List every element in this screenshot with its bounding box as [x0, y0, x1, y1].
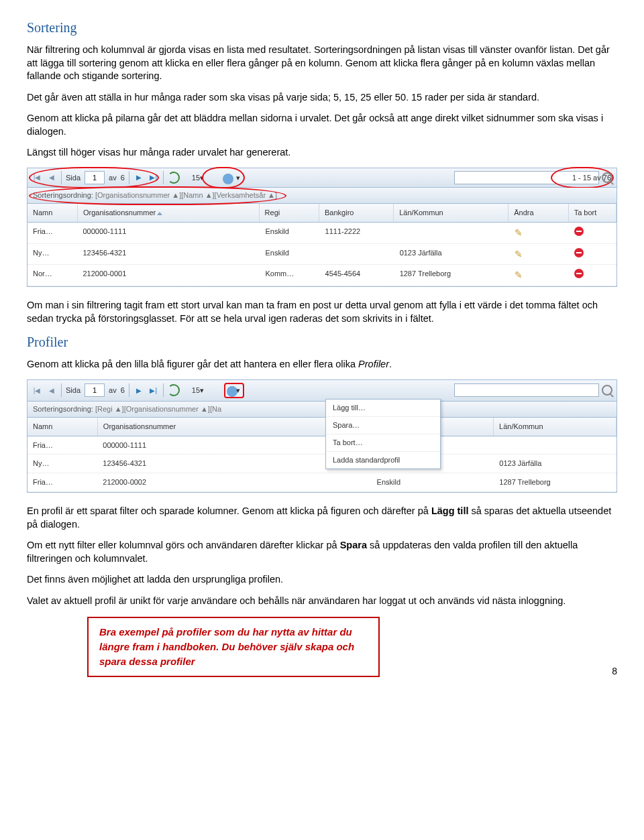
sida-label: Sida — [66, 385, 80, 396]
profile-button[interactable]: ▾ — [224, 383, 244, 398]
table-row[interactable]: Nor…212000-0001Komm…4545-45641287 Trelle… — [28, 265, 616, 286]
heading-profiler: Profiler — [27, 333, 617, 351]
total-pages: 6 — [121, 173, 125, 183]
av-label: av — [109, 385, 117, 396]
col-namn: Namn — [28, 418, 98, 436]
para: Genom att klicka på pilarna går det att … — [27, 112, 617, 138]
para: Om ett nytt filter eller kolumnval görs … — [27, 539, 617, 565]
nav-first-icon[interactable]: |◀ — [32, 172, 42, 183]
para: Det finns även möjlighet att ladda den u… — [27, 573, 617, 587]
row-counter: 1 - 15 av 76 — [572, 173, 611, 183]
page-number: 8 — [612, 665, 617, 678]
nav-prev-icon[interactable]: ◀ — [46, 385, 57, 396]
sort-order-row: Sorteringsordning: [Organisationsnummer … — [28, 188, 616, 204]
page-size-select[interactable]: 15▾ — [192, 173, 204, 183]
sida-label: Sida — [66, 173, 80, 183]
refresh-icon[interactable] — [168, 384, 180, 396]
grid-sortering: |◀ ◀ Sida av 6 ▶ ▶| 15▾ ▾ 1 - 15 av 76 S… — [27, 168, 617, 287]
table-row[interactable]: Fria…000000-1111Enskild1111-2222✎ — [28, 223, 616, 244]
profile-icon — [228, 386, 236, 394]
menu-load-default[interactable]: Ladda standardprofil — [326, 452, 440, 469]
column-headers[interactable]: Namn Organisationsnummer Regi Bankgiro L… — [28, 204, 616, 223]
search-input[interactable] — [454, 383, 599, 397]
para: Längst till höger visas hur många rader … — [27, 146, 617, 160]
table-row[interactable]: Fria…212000-0002Enskild1287 Trelleborg — [28, 473, 616, 492]
toolbar: |◀ ◀ Sida av 6 ▶ ▶| 15▾ ▾ Lägg till… Spa… — [28, 380, 616, 402]
nav-next-icon[interactable]: ▶ — [133, 172, 144, 183]
delete-icon[interactable] — [574, 227, 584, 236]
page-size-select[interactable]: 15▾ — [192, 385, 204, 396]
page-input[interactable] — [85, 171, 105, 184]
para: Det går även att ställa in hur många rad… — [27, 91, 617, 105]
sort-order-row: Sorteringsordning: [Regi ▲][Organisation… — [28, 402, 616, 418]
para: När filtrering och kolumnval är gjorda v… — [27, 44, 617, 83]
col-tabort: Ta bort — [569, 204, 616, 222]
para: Genom att klicka på den lilla blå figure… — [27, 358, 617, 371]
nav-first-icon[interactable]: |◀ — [32, 385, 42, 396]
delete-icon[interactable] — [574, 248, 584, 257]
col-namn: Namn — [28, 204, 78, 222]
sort-asc-icon — [157, 212, 162, 215]
nav-last-icon[interactable]: ▶| — [148, 385, 159, 396]
grid-profiler: |◀ ◀ Sida av 6 ▶ ▶| 15▾ ▾ Lägg till… Spa… — [27, 379, 617, 493]
edit-icon[interactable]: ✎ — [515, 249, 523, 259]
av-label: av — [109, 173, 117, 183]
col-bankgiro: Bankgiro — [319, 204, 394, 222]
delete-icon[interactable] — [574, 269, 584, 278]
toolbar: |◀ ◀ Sida av 6 ▶ ▶| 15▾ ▾ 1 - 15 av 76 — [28, 168, 616, 188]
table-row[interactable]: Ny…123456-4321Enskild0123 Järfälla — [28, 455, 616, 473]
para: En profil är ett sparat filter och spara… — [27, 505, 617, 531]
nav-last-icon[interactable]: ▶| — [148, 172, 159, 183]
heading-sortering: Sortering — [27, 19, 617, 37]
table-row[interactable]: Fria…000000-1111Enskild — [28, 436, 616, 455]
column-headers[interactable]: Namn Organisationsnummer Län/Kommun — [28, 418, 616, 436]
menu-save[interactable]: Spara… — [326, 417, 440, 434]
total-pages: 6 — [121, 385, 125, 396]
search-icon[interactable] — [602, 385, 612, 396]
col-org: Organisationsnummer — [78, 204, 260, 222]
edit-icon[interactable]: ✎ — [515, 227, 523, 238]
edit-icon[interactable]: ✎ — [515, 269, 523, 280]
col-andra: Ändra — [508, 204, 568, 222]
nav-prev-icon[interactable]: ◀ — [46, 172, 57, 183]
para: Om man i sin filtrering tagit fram ett s… — [27, 299, 617, 325]
col-lan: Län/Kommun — [394, 204, 508, 222]
menu-delete[interactable]: Ta bort… — [326, 434, 440, 452]
col-regi: Regi — [260, 204, 319, 222]
col-lan: Län/Kommun — [494, 418, 616, 436]
table-row[interactable]: Ny…123456-4321Enskild0123 Järfälla✎ — [28, 244, 616, 265]
para: Valet av aktuell profil är unikt för var… — [27, 595, 617, 608]
menu-add[interactable]: Lägg till… — [326, 400, 440, 417]
callout-box: Bra exempel på profiler som du har nytta… — [87, 617, 380, 676]
profile-icon[interactable] — [224, 174, 232, 182]
refresh-icon[interactable] — [168, 172, 180, 184]
page-input[interactable] — [85, 383, 105, 397]
nav-next-icon[interactable]: ▶ — [133, 385, 144, 396]
profile-menu: Lägg till… Spara… Ta bort… Ladda standar… — [325, 399, 441, 469]
